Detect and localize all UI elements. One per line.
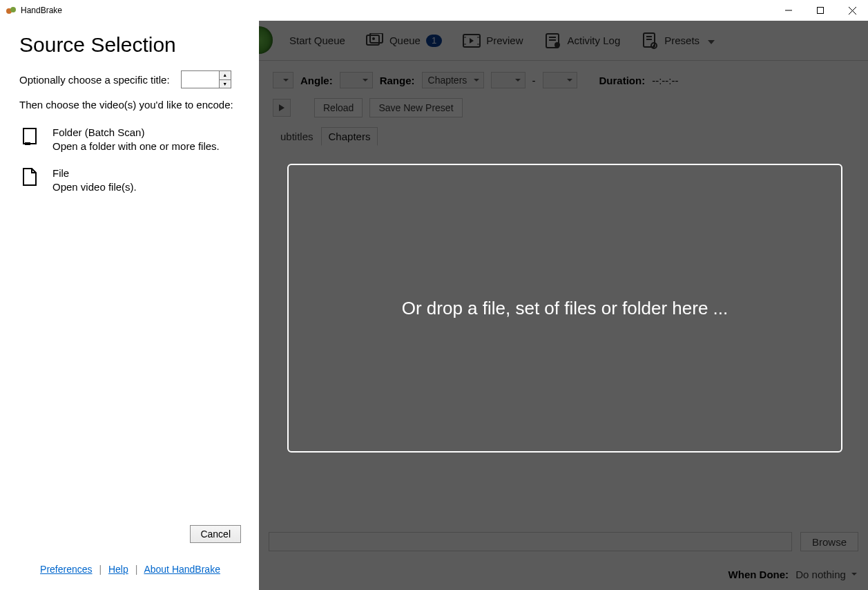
drop-zone[interactable]: Or drop a file, set of files or folder h… [287,164,842,453]
minimize-button[interactable] [773,0,804,21]
preferences-link[interactable]: Preferences [40,564,92,575]
window-title: HandBrake [21,6,62,15]
svg-rect-7 [25,142,30,145]
source-selection-panel: Source Selection Optionally choose a spe… [0,21,259,590]
main-area-dimmed: Start Queue Queue 1 Preview Activity Lo [259,21,868,590]
close-button[interactable] [836,0,868,21]
titlebar: HandBrake [0,0,868,21]
choose-title-input[interactable] [182,71,219,88]
window-buttons [773,0,868,21]
source-option-file[interactable]: File Open video file(s). [19,166,241,193]
help-link[interactable]: Help [108,564,128,575]
folder-icon [19,126,40,146]
choose-title-label: Optionally choose a specific title: [19,74,170,86]
svg-point-1 [10,7,16,12]
file-option-desc: Open video file(s). [52,180,137,194]
choose-title-spinner[interactable]: ▲ ▼ [181,70,231,88]
source-selection-heading: Source Selection [19,33,241,57]
source-option-folder[interactable]: Folder (Batch Scan) Open a folder with o… [19,126,241,153]
drop-zone-text: Or drop a file, set of files or folder h… [402,298,729,319]
about-link[interactable]: About HandBrake [144,564,220,575]
maximize-button[interactable] [804,0,836,21]
app-icon [6,5,17,16]
file-option-title: File [52,166,137,180]
cancel-button[interactable]: Cancel [190,525,241,543]
choose-title-row: Optionally choose a specific title: ▲ ▼ [19,70,241,88]
svg-rect-3 [818,8,824,14]
spinner-up[interactable]: ▲ [220,71,231,80]
folder-option-desc: Open a folder with one or more files. [52,140,220,153]
choose-subtext: Then choose the video(s) you'd like to e… [19,98,241,112]
spinner-down[interactable]: ▼ [220,80,231,88]
svg-rect-6 [23,129,36,144]
footer-links: Preferences | Help | About HandBrake [19,564,241,582]
file-icon [19,166,40,187]
folder-option-title: Folder (Batch Scan) [52,126,220,140]
